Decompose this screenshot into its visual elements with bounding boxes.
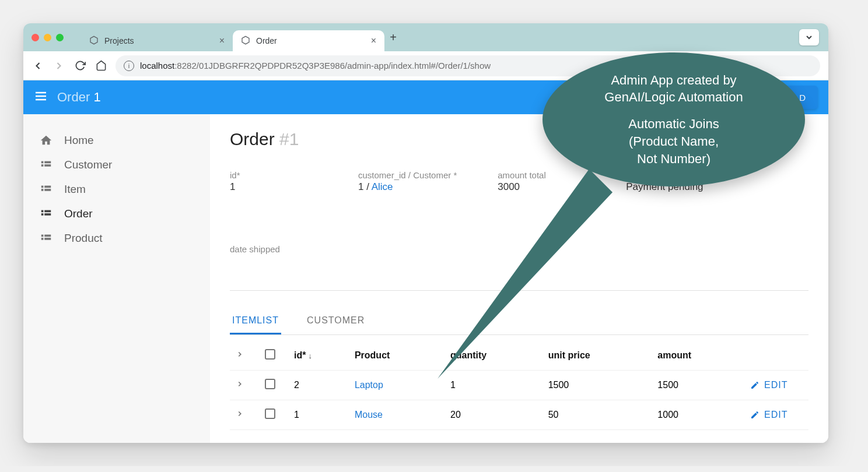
- svg-rect-29: [41, 213, 44, 216]
- svg-rect-25: [41, 189, 44, 191]
- svg-rect-34: [44, 238, 51, 240]
- field-label: id*: [230, 170, 317, 180]
- iterate-button[interactable]: ITERATE: [684, 86, 764, 109]
- divider: [230, 290, 808, 291]
- col-product[interactable]: Product: [349, 341, 444, 371]
- row-checkbox[interactable]: [265, 408, 275, 419]
- close-window-icon[interactable]: [32, 34, 39, 41]
- close-tab-icon[interactable]: ×: [371, 36, 376, 46]
- tab-overflow-button[interactable]: [799, 29, 819, 45]
- cell-amount: 1000: [652, 400, 744, 430]
- button-label: D: [799, 93, 806, 103]
- sort-desc-icon: ↓: [308, 351, 312, 360]
- app-title: Order 1: [57, 90, 101, 105]
- table-row[interactable]: 1 Mouse 20 50 1000 EDIT: [230, 400, 808, 430]
- hexagon-icon: [89, 36, 99, 47]
- edit-button[interactable]: EDIT: [750, 410, 803, 420]
- svg-marker-1: [242, 36, 249, 44]
- table-header-row: id*↓ Product quantity unit price amount: [230, 341, 808, 371]
- field-value: Payment pending: [626, 181, 713, 193]
- sidebar-item-label: Order: [64, 207, 93, 220]
- cell-amount: 1500: [652, 371, 744, 400]
- svg-rect-22: [44, 164, 51, 167]
- col-unit-price[interactable]: unit price: [542, 341, 652, 371]
- expand-all-icon[interactable]: [236, 350, 244, 360]
- field-customer: customer_id / Customer * 1 / Alice: [358, 170, 457, 193]
- col-id[interactable]: id*↓: [288, 341, 349, 371]
- svg-rect-30: [44, 213, 51, 216]
- sidebar-item-label: Customer: [64, 158, 112, 171]
- field-date-shipped: date shipped: [230, 244, 808, 255]
- sidebar-item-order[interactable]: Order: [23, 202, 210, 226]
- logic-button[interactable]: LOGIC: [607, 86, 677, 109]
- hexagon-icon: [241, 36, 250, 47]
- reload-button[interactable]: [74, 59, 86, 72]
- field-value: 1 / Alice: [358, 181, 457, 193]
- expand-row-icon[interactable]: [236, 410, 244, 420]
- sidebar-item-item[interactable]: Item: [23, 177, 210, 202]
- svg-rect-5: [622, 95, 627, 100]
- sidebar-item-product[interactable]: Product: [23, 226, 210, 251]
- tab-title: Projects: [104, 36, 134, 45]
- svg-marker-0: [90, 36, 97, 44]
- site-info-icon[interactable]: i: [124, 61, 134, 71]
- home-icon: [40, 134, 52, 147]
- close-tab-icon[interactable]: ×: [219, 36, 225, 46]
- cell-product[interactable]: Mouse: [349, 400, 444, 430]
- home-button[interactable]: [94, 59, 107, 72]
- minimize-window-icon[interactable]: [44, 34, 51, 41]
- new-tab-button[interactable]: +: [384, 29, 402, 46]
- svg-rect-33: [41, 238, 44, 240]
- browser-tab-order[interactable]: Order ×: [233, 30, 384, 51]
- tab-title: Order: [256, 36, 277, 45]
- button-label: LOGIC: [635, 93, 666, 103]
- field-amount-total: amount total 3000: [498, 170, 585, 193]
- list-icon: [40, 158, 52, 171]
- expand-row-icon[interactable]: [236, 380, 244, 390]
- hamburger-icon[interactable]: [34, 89, 48, 105]
- row-checkbox[interactable]: [265, 379, 275, 389]
- svg-rect-23: [41, 186, 44, 188]
- svg-rect-26: [44, 189, 51, 191]
- d-button[interactable]: D: [771, 86, 818, 109]
- list-icon: [40, 183, 52, 196]
- forward-button[interactable]: [52, 59, 65, 72]
- field-value: 1: [230, 181, 317, 193]
- cell-id: 2: [288, 371, 349, 400]
- svg-rect-31: [41, 235, 44, 237]
- browser-tab-projects[interactable]: Projects ×: [81, 30, 233, 51]
- cell-product[interactable]: Laptop: [349, 371, 444, 400]
- col-amount[interactable]: amount: [652, 341, 744, 371]
- browser-window: Projects × Order × + i: [23, 23, 828, 443]
- svg-rect-32: [44, 235, 51, 237]
- url-text: localhost:8282/01JDBGRFR2QPDPDR52Q3P3E98…: [140, 61, 491, 71]
- back-button[interactable]: [32, 59, 44, 72]
- sidebar: Home Customer Item Order: [23, 114, 210, 443]
- maximize-window-icon[interactable]: [56, 34, 64, 41]
- sidebar-item-label: Product: [64, 232, 102, 245]
- sidebar-item-label: Home: [64, 134, 94, 147]
- edit-button[interactable]: EDIT: [750, 380, 803, 390]
- svg-rect-27: [41, 210, 44, 213]
- field-notes: notes Payment pending: [626, 170, 713, 193]
- svg-rect-21: [41, 164, 44, 167]
- tab-itemlist[interactable]: ITEMLIST: [230, 308, 281, 334]
- svg-rect-24: [44, 186, 51, 188]
- tab-customer[interactable]: CUSTOMER: [304, 308, 367, 334]
- button-label: ITERATE: [712, 93, 752, 103]
- list-icon: [40, 207, 52, 220]
- list-icon: [40, 232, 52, 245]
- sidebar-item-home[interactable]: Home: [23, 128, 210, 153]
- sidebar-item-customer[interactable]: Customer: [23, 153, 210, 177]
- select-all-checkbox[interactable]: [265, 349, 275, 360]
- chrome-tab-strip: Projects × Order × +: [23, 23, 828, 51]
- customer-link[interactable]: Alice: [372, 181, 393, 192]
- window-controls: [32, 34, 64, 41]
- table-row[interactable]: 2 Laptop 1 1500 1500 EDIT: [230, 371, 808, 400]
- cell-id: 1: [288, 400, 349, 430]
- app-header: Order 1 LOGIC ITERATE D: [23, 80, 828, 114]
- cell-unit-price: 1500: [542, 371, 652, 400]
- address-bar[interactable]: i localhost:8282/01JDBGRFR2QPDPDR52Q3P3E…: [116, 55, 820, 76]
- field-id: id* 1: [230, 170, 317, 193]
- col-quantity[interactable]: quantity: [444, 341, 542, 371]
